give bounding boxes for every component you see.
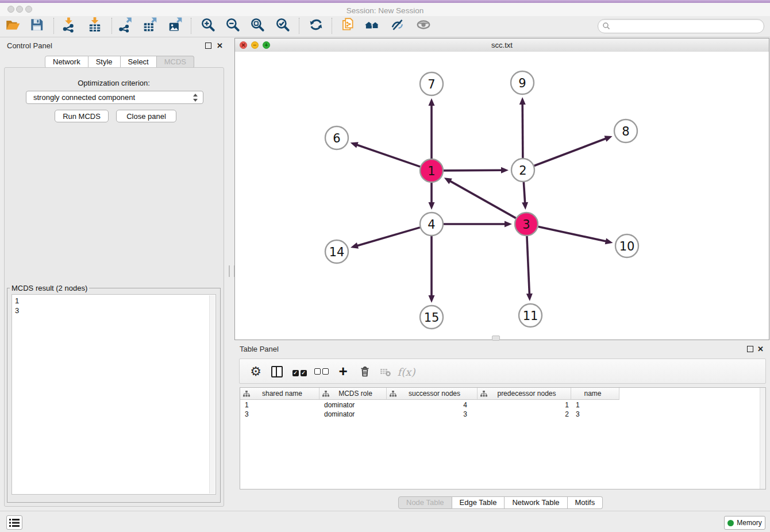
function-icon: f(x)	[398, 366, 415, 378]
mcds-result-textarea[interactable]: 13	[11, 294, 216, 495]
cell-predecessor-nodes: 2	[478, 410, 571, 419]
graph-node-3[interactable]: 3	[515, 213, 538, 236]
save-session-button[interactable]	[27, 14, 47, 35]
search-input[interactable]	[613, 20, 759, 32]
unselect-all-columns-button[interactable]	[311, 361, 332, 382]
delete-table-button[interactable]	[375, 361, 396, 382]
open-file-button[interactable]	[3, 14, 22, 35]
cell-predecessor-nodes: 1	[478, 400, 571, 410]
zoom-out-button[interactable]	[223, 14, 242, 35]
tab-edge-table[interactable]: Edge Table	[452, 496, 505, 509]
graph-edge-4-14[interactable]	[351, 228, 420, 249]
graph-node-10[interactable]: 10	[615, 234, 638, 257]
mcds-result-title: MCDS result (2 nodes)	[10, 284, 89, 292]
new-network-from-selection-icon	[340, 17, 356, 33]
column-header-mcds-role[interactable]: MCDS role	[319, 388, 387, 400]
select-all-columns-button[interactable]: ✓✓	[289, 361, 310, 382]
table-panel-tabs: Node TableEdge TableNetwork TableMotifs	[398, 496, 603, 509]
table-scrollbar[interactable]	[760, 388, 765, 489]
tab-network[interactable]: Network	[45, 56, 88, 68]
tab-mcds[interactable]: MCDS	[157, 56, 194, 68]
task-history-button[interactable]	[6, 515, 22, 530]
export-network-button[interactable]	[116, 14, 135, 35]
show-column-button[interactable]	[267, 361, 287, 382]
graph-node-2[interactable]: 2	[511, 159, 534, 182]
table-row[interactable]: 3dominator323	[240, 410, 619, 419]
svg-text:8: 8	[622, 125, 629, 138]
cell-shared-name: 1	[240, 400, 319, 410]
attribute-type-icon	[480, 391, 487, 397]
cell-shared-name: 3	[240, 410, 319, 419]
graph-node-11[interactable]: 11	[519, 304, 542, 327]
zoom-in-button[interactable]	[198, 14, 218, 35]
control-panel-float-button[interactable]	[205, 43, 211, 49]
import-network-button[interactable]	[59, 14, 79, 35]
graph-edge-3-1[interactable]	[444, 178, 516, 218]
graph-edge-2-8[interactable]	[534, 136, 613, 165]
close-panel-button[interactable]: Close panel	[116, 110, 176, 122]
table-header-row: shared nameMCDS rolesuccessor nodesprede…	[240, 388, 619, 400]
hide-selected-button[interactable]	[388, 14, 407, 35]
network-canvas[interactable]: 7968124314101511	[235, 52, 769, 340]
graph-node-6[interactable]: 6	[325, 126, 348, 149]
export-image-button[interactable]	[165, 14, 185, 35]
graph-edge-1-7[interactable]	[429, 98, 435, 159]
function-builder-button[interactable]: f(x)	[396, 361, 417, 382]
network-resize-handle[interactable]	[492, 336, 500, 341]
zoom-fit-button[interactable]	[248, 14, 267, 35]
export-table-button[interactable]	[140, 14, 160, 35]
graph-edge-4-15[interactable]	[429, 236, 435, 303]
graph-edge-2-3[interactable]	[522, 182, 528, 210]
criterion-select[interactable]: strongly connected component	[26, 91, 203, 104]
graph-edge-1-6[interactable]	[351, 142, 421, 167]
table-row[interactable]: 1dominator411	[240, 400, 619, 410]
column-header-shared-name[interactable]: shared name	[240, 388, 319, 400]
column-header-name[interactable]: name	[571, 388, 619, 400]
memory-button[interactable]: Memory	[724, 516, 765, 530]
graph-edge-3-10[interactable]	[538, 226, 613, 244]
graph-node-1[interactable]: 1	[420, 159, 443, 182]
run-mcds-button[interactable]: Run MCDS	[55, 110, 109, 122]
network-view-window: ✕ − + scc.txt 7968124314101511	[234, 38, 769, 340]
graph-edge-1-4[interactable]	[429, 183, 435, 210]
delete-columns-button[interactable]	[355, 361, 375, 382]
graph-edge-2-9[interactable]	[519, 97, 526, 158]
columns-icon	[271, 366, 283, 377]
tab-select[interactable]: Select	[121, 56, 157, 68]
mcds-result-scrollbar[interactable]	[209, 295, 215, 494]
tab-motifs[interactable]: Motifs	[568, 496, 603, 509]
toolbar-separator	[332, 18, 332, 34]
first-neighbors-button[interactable]	[363, 14, 382, 35]
zoom-selected-button[interactable]	[273, 14, 292, 35]
column-header-predecessor-nodes[interactable]: predecessor nodes	[478, 388, 571, 400]
cell-name: 1	[571, 400, 619, 410]
tab-network-table[interactable]: Network Table	[505, 496, 567, 509]
column-header-successor-nodes[interactable]: successor nodes	[387, 388, 478, 400]
create-column-button[interactable]: +	[333, 361, 353, 382]
graph-node-15[interactable]: 15	[420, 306, 443, 329]
graph-node-7[interactable]: 7	[420, 72, 443, 95]
graph-edge-1-2[interactable]	[444, 167, 509, 174]
graph-node-8[interactable]: 8	[614, 119, 637, 142]
table-options-button[interactable]: ⚙	[245, 361, 266, 382]
graph-edge-4-3[interactable]	[444, 221, 512, 228]
graph-node-9[interactable]: 9	[511, 71, 534, 94]
table-panel-close-button[interactable]: ✕	[757, 346, 764, 352]
graph-node-14[interactable]: 14	[325, 240, 348, 263]
refresh-layout-button[interactable]	[306, 14, 326, 35]
toolbar-separator	[53, 18, 54, 34]
checked-boxes-icon: ✓✓	[291, 368, 307, 376]
unchecked-boxes-icon	[313, 368, 329, 376]
svg-text:3: 3	[522, 218, 530, 232]
table-panel-float-button[interactable]	[747, 346, 753, 352]
network-graph: 7968124314101511	[235, 52, 769, 340]
graph-node-4[interactable]: 4	[420, 213, 443, 236]
svg-text:11: 11	[523, 309, 538, 323]
import-table-button[interactable]	[85, 14, 105, 35]
show-hidden-button[interactable]	[414, 14, 433, 35]
control-panel-close-button[interactable]: ✕	[217, 43, 223, 49]
tab-style[interactable]: Style	[88, 56, 121, 68]
graph-edge-3-11[interactable]	[526, 236, 533, 301]
tab-node-table[interactable]: Node Table	[398, 496, 452, 509]
network-from-selection-button[interactable]	[338, 14, 357, 35]
